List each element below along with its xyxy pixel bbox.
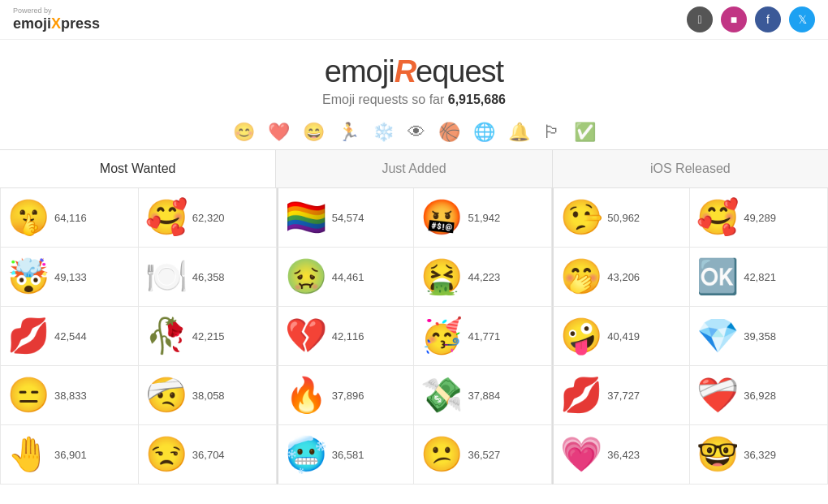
grid-cell[interactable]: 🤫64,116: [1, 188, 139, 248]
emoji-image: 🥰: [696, 196, 739, 239]
grid-cell[interactable]: 😕36,527: [414, 425, 552, 485]
vote-count: 44,461: [332, 271, 364, 283]
vote-count: 42,215: [192, 330, 225, 342]
emoji-image: 🤪: [560, 315, 602, 357]
apple-icon[interactable]: : [687, 6, 713, 32]
grid-cell[interactable]: 💋42,544: [1, 307, 139, 366]
tab-ios-released[interactable]: iOS Released: [553, 150, 828, 187]
title-suffix: equest: [416, 54, 503, 88]
cat-snowflake-icon[interactable]: ❄️: [373, 122, 395, 143]
vote-count: 54,574: [332, 212, 364, 224]
grid-cell[interactable]: 💎39,358: [690, 307, 828, 366]
emoji-image: 💋: [560, 374, 602, 416]
twitter-icon[interactable]: 𝕏: [789, 6, 815, 32]
grid-cell[interactable]: 🤓36,329: [690, 425, 828, 485]
emoji-image: 🤢: [285, 256, 327, 298]
vote-count: 44,223: [468, 271, 500, 283]
title-prefix: emoji: [325, 54, 395, 88]
grid-cell[interactable]: 🆗42,821: [690, 248, 828, 307]
grid-cell[interactable]: 🤕38,058: [139, 366, 277, 425]
emoji-image: 💎: [696, 315, 739, 357]
request-count: 6,915,686: [448, 93, 506, 106]
emoji-image: 🥀: [145, 315, 188, 357]
brand: Powered by emojiXpress: [13, 6, 100, 32]
vote-count: 38,833: [54, 390, 87, 402]
emoji-image: 🤯: [7, 256, 50, 298]
vote-count: 51,942: [468, 212, 500, 224]
grid-cell[interactable]: 🤬51,942: [414, 188, 552, 248]
grid-cell[interactable]: 🥰62,320: [139, 188, 277, 248]
grid-cell[interactable]: 🤥50,962: [552, 188, 690, 248]
grid-cell[interactable]: 🤮44,223: [414, 248, 552, 307]
vote-count: 36,423: [607, 449, 640, 461]
grid-cell[interactable]: 😒36,704: [139, 425, 277, 485]
tab-most-wanted[interactable]: Most Wanted: [0, 150, 276, 187]
vote-count: 42,544: [54, 330, 87, 342]
emoji-image: 🤕: [145, 374, 188, 416]
vote-count: 38,058: [192, 390, 225, 402]
cat-smiley-icon[interactable]: 😊: [233, 122, 255, 143]
title-highlight: R: [395, 54, 416, 88]
emoji-image: 🤫: [7, 196, 50, 239]
instagram-icon[interactable]: ■: [721, 6, 747, 32]
grid-cell[interactable]: 🥀42,215: [139, 307, 277, 366]
cat-check-icon[interactable]: ✅: [574, 122, 596, 143]
emoji-image: ❤️‍🩹: [696, 374, 739, 416]
vote-count: 49,133: [54, 271, 87, 283]
cat-globe-icon[interactable]: 🌐: [473, 122, 495, 143]
emoji-image: 🤥: [560, 196, 602, 239]
grid-cell[interactable]: 🤚36,901: [1, 425, 139, 485]
cat-flag-icon[interactable]: 🏳: [543, 122, 561, 143]
emoji-image: 💸: [420, 374, 463, 416]
grid-cell[interactable]: 💗36,423: [552, 425, 690, 485]
emoji-image: 🆗: [696, 256, 739, 298]
emoji-image: 🥰: [145, 196, 188, 239]
hero-subtitle: Emoji requests so far 6,915,686: [0, 93, 828, 107]
grid-cell[interactable]: 😑38,833: [1, 366, 139, 425]
grid-cell[interactable]: ❤️‍🩹36,928: [690, 366, 828, 425]
vote-count: 36,527: [468, 449, 500, 461]
grid-cell[interactable]: 💸37,884: [414, 366, 552, 425]
grid-cell[interactable]: 🤪40,419: [552, 307, 690, 366]
grid-cell[interactable]: 🔥37,896: [277, 366, 415, 425]
vote-count: 39,358: [744, 330, 776, 342]
emoji-image: 🤮: [420, 256, 463, 298]
tab-just-added[interactable]: Just Added: [276, 150, 552, 187]
grid-cell[interactable]: 🏳️‍🌈54,574: [277, 188, 415, 248]
cat-heart-icon[interactable]: ❤️: [268, 122, 290, 143]
social-icons:  ■ f 𝕏: [687, 6, 815, 32]
facebook-icon[interactable]: f: [755, 6, 781, 32]
grid-cell[interactable]: 💔42,116: [277, 307, 415, 366]
grid-cell[interactable]: 🤢44,461: [277, 248, 415, 307]
vote-count: 49,289: [744, 212, 776, 224]
grid-cell[interactable]: 🍽️46,358: [139, 248, 277, 307]
cat-bell-icon[interactable]: 🔔: [508, 122, 530, 143]
grid-cell[interactable]: 🤯49,133: [1, 248, 139, 307]
grid-cell[interactable]: 🥳41,771: [414, 307, 552, 366]
grid-cell[interactable]: 🤭43,206: [552, 248, 690, 307]
emoji-image: 💗: [560, 433, 602, 476]
vote-count: 36,329: [744, 449, 776, 461]
brand-x: X: [51, 15, 61, 32]
vote-count: 37,896: [332, 390, 364, 402]
hero-title: emojiRequest: [0, 54, 828, 89]
vote-count: 50,962: [607, 212, 640, 224]
cat-eye-icon[interactable]: 👁: [408, 122, 425, 143]
emoji-image: 🥳: [420, 315, 463, 357]
grid-cell[interactable]: 🥰49,289: [690, 188, 828, 248]
emoji-image: 💔: [285, 315, 327, 357]
emoji-image: 🥶: [285, 433, 327, 476]
emoji-image: 🤓: [696, 433, 739, 476]
cat-activity-icon[interactable]: 🏃: [338, 122, 360, 143]
grid-cell[interactable]: 🥶36,581: [277, 425, 415, 485]
emoji-image: 😑: [7, 374, 50, 416]
vote-count: 36,704: [192, 449, 225, 461]
brand-powered-text: Powered by: [13, 6, 100, 15]
vote-count: 64,116: [54, 212, 87, 224]
grid-cell[interactable]: 💋37,727: [552, 366, 690, 425]
vote-count: 36,581: [332, 449, 364, 461]
hero-section: emojiRequest Emoji requests so far 6,915…: [0, 40, 828, 114]
cat-sports-icon[interactable]: 🏀: [438, 122, 460, 143]
cat-face-icon[interactable]: 😄: [303, 122, 325, 143]
header-bar: Powered by emojiXpress  ■ f 𝕏: [0, 0, 828, 40]
